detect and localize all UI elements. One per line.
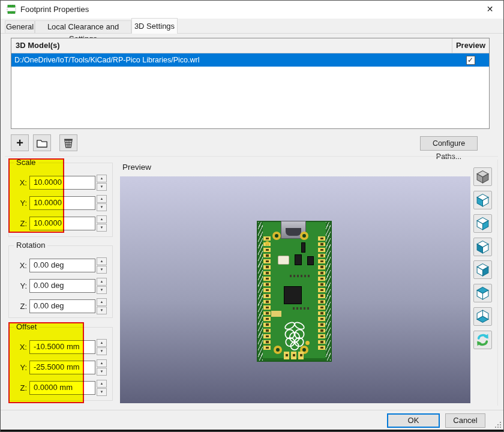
footprint-properties-dialog: Footprint Properties ✕ General Local Cle…: [0, 0, 504, 432]
rotation-y-input[interactable]: 0.00 deg: [29, 279, 95, 293]
rotation-x-input[interactable]: 0.00 deg: [29, 259, 95, 272]
offset-x-label: X:: [9, 343, 27, 352]
spin-up-icon: ▲: [100, 280, 104, 283]
scale-z-label: Z:: [9, 219, 27, 228]
spin-up-button[interactable]: ▲: [97, 215, 107, 223]
cancel-button[interactable]: Cancel: [445, 413, 485, 428]
spin-down-icon: ▼: [100, 185, 104, 188]
pad-column-left: [263, 236, 271, 352]
spin-down-button[interactable]: ▼: [97, 286, 107, 294]
spin-up-icon: ▲: [100, 259, 104, 263]
isometric-view-button[interactable]: [473, 167, 492, 186]
ok-button[interactable]: OK: [387, 413, 440, 428]
model-path-cell[interactable]: D:/OneDrive/IoT/Tools/KiCad/RP-Pico Libr…: [11, 53, 452, 67]
spin-down-button[interactable]: ▼: [97, 368, 107, 376]
view-left-cube-icon: [475, 193, 490, 208]
browse-model-button[interactable]: [33, 134, 51, 151]
offset-x-input[interactable]: -10.5000 mm: [29, 340, 95, 354]
offset-y-label: Y:: [9, 363, 27, 372]
spin-up-button[interactable]: ▲: [97, 380, 107, 388]
crystal-oscillator: [278, 256, 289, 265]
spin-down-icon: ▼: [100, 390, 104, 394]
spin-down-button[interactable]: ▼: [97, 224, 107, 232]
spin-down-button[interactable]: ▼: [97, 266, 107, 274]
spin-up-button[interactable]: ▲: [97, 339, 107, 347]
tab-3d-settings-label: 3D Settings: [134, 22, 175, 31]
view-top-cube-icon: [475, 286, 490, 301]
spin-up-button[interactable]: ▲: [97, 359, 107, 367]
spin-down-button[interactable]: ▼: [97, 307, 107, 314]
rotation-z-label: Z:: [9, 302, 27, 311]
preview-3d-viewport[interactable]: [120, 176, 470, 403]
scale-x-row: X: 10.0000 ▲ ▼: [9, 175, 113, 191]
view-top-button[interactable]: [473, 284, 492, 302]
model-table-row[interactable]: D:/OneDrive/IoT/Tools/KiCad/RP-Pico Libr…: [11, 53, 489, 67]
refresh-icon: [475, 332, 490, 347]
spin-down-icon: ▼: [100, 288, 104, 292]
offset-x-spinner: ▲ ▼: [97, 339, 107, 355]
trash-icon: [62, 136, 75, 149]
tab-3d-settings[interactable]: 3D Settings: [131, 18, 178, 34]
regulator-chip: [307, 256, 314, 265]
add-icon: +: [16, 137, 23, 149]
spin-up-button[interactable]: ▲: [97, 298, 107, 306]
check-icon: ✓: [467, 56, 473, 64]
spin-up-button[interactable]: ▲: [97, 195, 107, 203]
scale-z-input[interactable]: 10.0000: [29, 217, 95, 230]
scale-z-spinner: ▲ ▼: [97, 215, 107, 232]
rotation-x-row: X: 0.00 deg ▲ ▼: [9, 257, 113, 274]
offset-y-input[interactable]: -25.5000 mm: [29, 361, 95, 374]
view-bottom-button[interactable]: [473, 307, 492, 326]
rotation-y-label: Y:: [9, 281, 27, 290]
spin-up-button[interactable]: ▲: [97, 257, 107, 265]
spin-down-icon: ▼: [100, 226, 104, 229]
mounting-hole: [272, 232, 281, 240]
view-right-cube-icon: [475, 216, 490, 231]
refresh-view-button[interactable]: [473, 331, 492, 349]
model-table-header: 3D Model(s) Preview: [11, 38, 489, 53]
scale-legend: Scale: [14, 158, 38, 167]
spin-up-icon: ▲: [100, 176, 104, 180]
close-button[interactable]: ✕: [476, 1, 503, 18]
rotation-legend: Rotation: [14, 241, 47, 250]
delete-model-button[interactable]: [59, 134, 77, 151]
offset-z-row: Z: 0.0000 mm ▲ ▼: [9, 380, 113, 396]
spin-down-button[interactable]: ▼: [97, 203, 107, 211]
spin-up-button[interactable]: ▲: [97, 175, 107, 182]
view-left-button[interactable]: [473, 191, 492, 209]
tab-general-label: General: [6, 22, 34, 31]
scale-x-label: X:: [9, 178, 27, 187]
tab-local-clearance[interactable]: Local Clearance and Settings: [35, 20, 131, 34]
scale-x-spinner: ▲ ▼: [97, 175, 107, 191]
spin-up-icon: ▲: [100, 197, 104, 200]
footprint-icon: [5, 5, 17, 14]
model-table: 3D Model(s) Preview D:/OneDrive/IoT/Tool…: [11, 38, 490, 129]
resize-grip[interactable]: [494, 421, 502, 428]
scale-y-label: Y:: [9, 199, 27, 208]
configure-paths-button[interactable]: Configure Paths...: [420, 136, 478, 151]
spin-down-icon: ▼: [100, 349, 104, 353]
add-model-button[interactable]: +: [11, 134, 29, 151]
footer-divider: [0, 410, 504, 410]
view-front-cube-icon: [475, 239, 490, 254]
offset-z-input[interactable]: 0.0000 mm: [29, 381, 95, 395]
pico-board-model: [257, 221, 332, 362]
passive-components: [290, 275, 311, 277]
spin-down-button[interactable]: ▼: [97, 347, 107, 355]
scale-y-spinner: ▲ ▼: [97, 195, 107, 211]
offset-y-spinner: ▲ ▼: [97, 359, 107, 376]
rotation-x-spinner: ▲ ▼: [97, 257, 107, 274]
spin-up-button[interactable]: ▲: [97, 278, 107, 286]
preview-checkbox[interactable]: ✓: [466, 56, 475, 65]
spin-down-button[interactable]: ▼: [97, 388, 107, 396]
scale-y-input[interactable]: 10.0000: [29, 196, 95, 210]
spin-down-button[interactable]: ▼: [97, 183, 107, 191]
view-front-button[interactable]: [473, 238, 492, 256]
title-bar[interactable]: Footprint Properties ✕: [0, 0, 504, 19]
tab-general[interactable]: General: [5, 20, 35, 34]
rotation-z-input[interactable]: 0.00 deg: [29, 299, 95, 313]
view-right-button[interactable]: [473, 214, 492, 233]
scale-x-input[interactable]: 10.0000: [29, 176, 95, 190]
bottom-pad: [291, 352, 296, 359]
view-back-button[interactable]: [473, 260, 492, 279]
